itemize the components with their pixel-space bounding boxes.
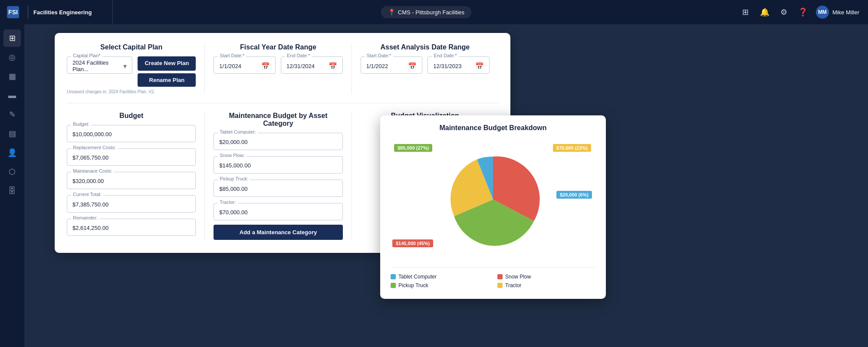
avatar: MM [816, 6, 829, 19]
sidebar-item-hierarchy[interactable]: ⬡ [3, 163, 21, 180]
budget-field-4: Remainder: $2,614,250.00 [67, 219, 196, 236]
user-name: Mike Miller [832, 9, 859, 16]
maintenance-budget-title: Maintenance Budget by Asset Category [214, 112, 342, 128]
legend-dot-tractor [497, 283, 503, 288]
asset-field-1: Snow Plow: $145,000.00 [214, 156, 342, 174]
budget-label-3: Current Total: [71, 192, 103, 197]
asset-start-field: Start Date:* 1/1/2022 📅 [361, 56, 423, 74]
budget-label-0: Budget: [71, 121, 91, 127]
capital-plan-label: Capital Plan* [71, 53, 102, 58]
avatar-initials: MM [818, 9, 827, 15]
calendar-end-icon: 📅 [329, 62, 337, 70]
capital-plan-section: Select Capital Plan Capital Plan* 2024 F… [67, 43, 205, 94]
app-name: Facilities Engineering [33, 9, 92, 16]
sidebar-item-edit[interactable]: ✎ [3, 106, 21, 123]
sidebar-item-grid[interactable]: ⊞ [3, 29, 21, 47]
budget-field-3: Current Total: $7,385,750.00 [67, 195, 196, 213]
user-menu[interactable]: MM Mike Miller [816, 6, 859, 19]
fiscal-end-label: End Date:* [285, 53, 312, 58]
fiscal-start-input[interactable]: 1/1/2024 📅 [214, 56, 276, 74]
fsi-logo-text: FSI [8, 9, 18, 16]
legend-item-pickup-truck: Pickup Truck [391, 282, 489, 288]
sidebar-item-archive[interactable]: 🗄 [3, 182, 21, 200]
sidebar-item-user[interactable]: 👤 [3, 144, 21, 161]
budget-value-4: $2,614,250.00 [67, 219, 196, 236]
capital-plan-input[interactable]: 2024 Facilities Plan... ▾ [67, 56, 132, 74]
fiscal-start-label: Start Date:* [218, 53, 246, 58]
location-badge[interactable]: 📍 CMS - Pittsburgh Facilities [381, 6, 471, 18]
chart-legend: Tablet Computer Snow Plow Pickup Truck T… [391, 267, 595, 288]
budget-fields: Budget: $10,000,000.00 Replacement Costs… [67, 125, 196, 236]
logo-divider [28, 6, 28, 19]
asset-label-1: Snow Plow: [218, 153, 246, 158]
fiscal-end-value: 12/31/2024 [286, 63, 315, 69]
budget-value-2: $320,000.00 [67, 172, 196, 189]
asset-value-2: $85,000.00 [214, 180, 342, 197]
asset-analysis-fields: Start Date:* 1/1/2022 📅 End Date:* 12/31… [361, 56, 490, 74]
fiscal-year-title: Fiscal Year Date Range [214, 43, 342, 51]
budget-value-3: $7,385,750.00 [67, 195, 196, 213]
sidebar-item-table[interactable]: ▦ [3, 68, 21, 85]
create-new-plan-button[interactable]: Create New Plan [138, 56, 196, 71]
top-sections: Select Capital Plan Capital Plan* 2024 F… [67, 43, 498, 103]
pie-chart-container: $85,000 (27%) $70,000 (22%) $20,000 (6%)… [391, 139, 595, 260]
budget-section: Budget Budget: $10,000,000.00 Replacemen… [67, 112, 205, 240]
budget-title: Budget [67, 112, 196, 120]
budget-value-1: $7,065,750.00 [67, 148, 196, 166]
dropdown-icon: ▾ [123, 62, 127, 70]
plan-buttons: Create New Plan Rename Plan [138, 56, 196, 87]
legend-label-tablet: Tablet Computer [398, 274, 437, 280]
viz-chart-title: Maintenance Budget Breakdown [391, 124, 595, 132]
capital-plan-field: Capital Plan* 2024 Facilities Plan... ▾ [67, 56, 132, 74]
legend-item-tablet: Tablet Computer [391, 274, 489, 280]
fsi-logo-icon: FSI [7, 6, 19, 18]
asset-analysis-section: Asset Analysis Date Range Start Date:* 1… [352, 43, 498, 94]
asset-field-2: Pickup Truck: $85,000.00 [214, 180, 342, 197]
location-icon: 📍 [388, 9, 395, 16]
gear-icon[interactable]: ⚙ [778, 6, 790, 18]
sidebar-item-target[interactable]: ◎ [3, 49, 21, 66]
asset-value-3: $70,000.00 [214, 203, 342, 220]
fiscal-year-fields: Start Date:* 1/1/2024 📅 End Date:* 12/31… [214, 56, 342, 74]
rename-plan-button[interactable]: Rename Plan [138, 73, 196, 87]
asset-end-field: End Date:* 12/31/2023 📅 [427, 56, 490, 74]
calendar-asset-start-icon: 📅 [408, 62, 417, 70]
label-snow-plow: $145,000 (45%) [392, 239, 433, 247]
budget-field-2: Maintanace Costs: $320,000.00 [67, 172, 196, 189]
add-maintenance-category-button[interactable]: Add a Maintenance Category [214, 225, 342, 240]
sidebar-item-report[interactable]: ▤ [3, 125, 21, 142]
legend-item-tractor: Tractor [497, 282, 595, 288]
maintenance-budget-section: Maintenance Budget by Asset Category Tab… [205, 112, 352, 240]
capital-plan-value: 2024 Facilities Plan... [72, 59, 123, 72]
calendar-start-icon: 📅 [261, 62, 270, 70]
bell-icon[interactable]: 🔔 [759, 6, 771, 18]
fiscal-start-field: Start Date:* 1/1/2024 📅 [214, 56, 276, 74]
budget-label-2: Maintanace Costs: [71, 168, 114, 174]
calendar-asset-end-icon: 📅 [475, 62, 484, 70]
legend-dot-tablet [391, 274, 396, 279]
budget-value-0: $10,000,000.00 [67, 125, 196, 142]
label-pickup-truck: $85,000 (27%) [394, 144, 432, 152]
label-tablet-computer: $20,000 (6%) [556, 191, 592, 199]
sidebar-item-calendar[interactable]: ▬ [3, 87, 21, 104]
budget-field-1: Replacement Costs: $7,065,750.00 [67, 148, 196, 166]
asset-start-input[interactable]: 1/1/2022 📅 [361, 56, 423, 74]
help-icon[interactable]: ❓ [797, 6, 809, 18]
legend-item-snow-plow: Snow Plow [497, 274, 595, 280]
location-text: CMS - Pittsburgh Facilities [398, 9, 464, 16]
viz-card: Maintenance Budget Breakdown $85,000 (27… [380, 115, 606, 299]
fiscal-end-input[interactable]: 12/31/2024 📅 [281, 56, 343, 74]
budget-label-4: Remainder: [71, 215, 99, 220]
apps-icon[interactable]: ⊞ [740, 6, 752, 18]
asset-start-label: Start Date:* [365, 53, 393, 58]
topbar-logo: FSI Facilities Engineering [0, 0, 113, 24]
label-tractor: $70,000 (22%) [553, 144, 591, 152]
asset-end-input[interactable]: 12/31/2023 📅 [427, 56, 490, 74]
asset-field-3: Tractor: $70,000.00 [214, 203, 342, 220]
asset-value-0: $20,000.00 [214, 133, 342, 150]
fiscal-start-value: 1/1/2024 [219, 63, 241, 69]
topbar-right: ⊞ 🔔 ⚙ ❓ MM Mike Miller [740, 6, 868, 19]
unsaved-note: Unsaved changes in: 2024 Facilities Plan… [67, 89, 196, 94]
fiscal-year-section: Fiscal Year Date Range Start Date:* 1/1/… [205, 43, 352, 94]
legend-dot-snow-plow [497, 274, 503, 279]
